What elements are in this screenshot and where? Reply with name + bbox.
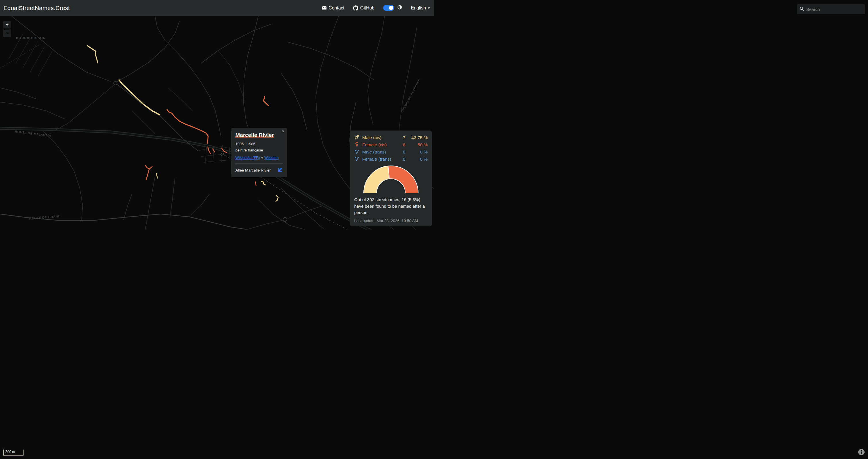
male-icon <box>354 135 361 141</box>
row-label: Male (cis) <box>362 135 394 140</box>
stats-row-male-cis: Male (cis) 7 43.75 % <box>354 134 428 141</box>
row-percent: 0 % <box>407 157 428 162</box>
row-percent: 50 % <box>407 142 428 147</box>
language-selector[interactable]: English <box>411 5 430 11</box>
stats-row-female-trans: Female (trans) 0 0 % <box>354 156 428 163</box>
gender-gauge-chart <box>362 165 420 194</box>
zoom-out-button[interactable]: − <box>3 29 11 37</box>
links-separator: + <box>261 156 264 160</box>
theme-controls <box>383 5 402 11</box>
street-female-a <box>87 45 98 63</box>
edit-icon[interactable] <box>278 167 283 173</box>
last-update: Last update: Mar 23, 2026, 10:50 AM <box>354 219 428 223</box>
gauge-male-segment <box>364 166 390 193</box>
popup-links: Wikipedia (FR) + Wikidata <box>236 156 283 160</box>
stats-summary: Out of 302 streetnames, 16 (5.3%) have b… <box>354 197 428 216</box>
street-female-i <box>276 195 278 201</box>
envelope-icon <box>322 6 327 10</box>
stats-row-female-cis: Female (cis) 8 50 % <box>354 141 428 148</box>
contrast-icon <box>397 5 402 11</box>
trans-icon <box>354 149 361 155</box>
map-label-bourbousson: BOURBOUSSON <box>16 36 45 40</box>
stats-panel: Male (cis) 7 43.75 % Female (cis) 8 50 %… <box>350 131 432 226</box>
female-icon <box>354 142 361 148</box>
popup-dates: 1906 - 1986 <box>236 142 283 146</box>
popup-person-name: Marcelle Rivier <box>236 132 274 138</box>
wikidata-link[interactable]: Wikidata <box>265 156 279 160</box>
wikipedia-link[interactable]: Wikipedia (FR) <box>236 156 260 160</box>
street-male-g <box>255 182 256 185</box>
map-label-town-partial: CR <box>220 153 224 156</box>
gauge-female-segment <box>388 166 418 193</box>
row-count: 8 <box>396 142 405 147</box>
popup-street-name: Allée Marcelle Rivier <box>236 168 271 172</box>
row-label: Female (cis) <box>362 142 394 147</box>
github-label: GitHub <box>360 5 375 11</box>
github-link[interactable]: GitHub <box>353 5 375 11</box>
theme-toggle-switch[interactable] <box>383 5 394 11</box>
close-icon[interactable]: × <box>282 129 284 133</box>
street-male-e <box>145 166 152 180</box>
github-icon <box>353 5 358 11</box>
row-percent: 0 % <box>407 150 428 155</box>
street-female-b <box>119 80 160 115</box>
page-title: EqualStreetNames.Crest <box>3 5 70 11</box>
map-zoom-control: + − <box>3 21 11 37</box>
language-label: English <box>411 5 426 11</box>
stats-row-male-trans: Male (trans) 0 0 % <box>354 148 428 156</box>
row-label: Female (trans) <box>362 157 394 162</box>
row-count: 7 <box>396 135 405 140</box>
street-male-d <box>264 97 268 105</box>
row-percent: 43.75 % <box>407 135 428 140</box>
zoom-in-button[interactable]: + <box>3 21 11 29</box>
street-female-h <box>261 181 266 185</box>
chevron-down-icon <box>428 7 430 9</box>
row-count: 0 <box>396 150 405 155</box>
row-label: Male (trans) <box>362 150 394 155</box>
header-nav: Contact GitHub English <box>322 5 430 11</box>
row-count: 0 <box>396 157 405 162</box>
popup-description: peintre française <box>236 148 283 152</box>
street-popup: × Marcelle Rivier 1906 - 1986 peintre fr… <box>231 128 287 177</box>
street-female-f <box>156 173 157 178</box>
app-header: EqualStreetNames.Crest Contact GitHub En… <box>0 0 434 16</box>
trans-icon <box>354 156 361 162</box>
contact-label: Contact <box>329 5 344 11</box>
contact-link[interactable]: Contact <box>322 5 344 11</box>
toggle-knob <box>389 6 393 10</box>
highlighted-streets[interactable] <box>87 45 278 201</box>
